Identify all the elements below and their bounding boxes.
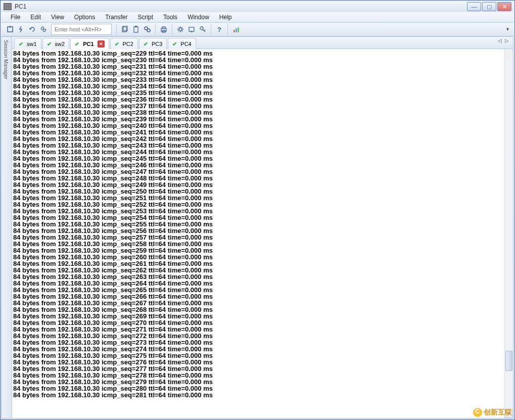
tab-close-icon[interactable]: ✕ bbox=[98, 40, 105, 48]
disconnect-icon[interactable] bbox=[38, 24, 49, 35]
close-button[interactable]: ✕ bbox=[497, 2, 511, 11]
toolbar-separator bbox=[172, 24, 172, 35]
svg-line-26 bbox=[204, 30, 205, 31]
tab-pc2[interactable]: PC2 bbox=[110, 38, 138, 49]
window-title: PC1 bbox=[15, 3, 467, 10]
menu-script[interactable]: Script bbox=[132, 12, 158, 22]
copy-icon[interactable] bbox=[119, 24, 130, 35]
connect-icon[interactable] bbox=[5, 24, 16, 35]
session-manager-panel[interactable]: Session Manager bbox=[2, 37, 12, 418]
session-icon[interactable] bbox=[186, 24, 197, 35]
watermark: 创新互联 bbox=[473, 408, 512, 417]
menubar: FileEditViewOptionsTransferScriptToolsWi… bbox=[2, 12, 513, 23]
toolbar-separator bbox=[211, 24, 211, 35]
svg-text:?: ? bbox=[217, 26, 221, 33]
chart-icon[interactable] bbox=[230, 24, 242, 35]
tab-label: sw1 bbox=[27, 41, 37, 47]
gear-icon[interactable] bbox=[175, 24, 186, 35]
toolbar: ? ▼ bbox=[2, 23, 513, 36]
menu-window[interactable]: Window bbox=[182, 12, 214, 22]
menu-file[interactable]: File bbox=[6, 12, 25, 22]
tab-label: sw2 bbox=[55, 41, 65, 47]
svg-point-9 bbox=[147, 29, 150, 32]
tab-pc4[interactable]: PC4 bbox=[168, 38, 196, 49]
print-icon[interactable] bbox=[158, 24, 169, 35]
find-icon[interactable] bbox=[142, 24, 153, 35]
tab-label: PC1 bbox=[83, 41, 93, 47]
check-icon bbox=[115, 41, 121, 47]
tab-prev[interactable]: ◁ bbox=[498, 38, 502, 49]
paste-icon[interactable] bbox=[130, 24, 142, 35]
key-icon[interactable] bbox=[197, 24, 208, 35]
app-icon bbox=[4, 3, 12, 10]
quick-connect-icon[interactable] bbox=[16, 24, 27, 35]
watermark-icon bbox=[473, 408, 482, 417]
check-icon bbox=[47, 41, 53, 47]
terminal-output[interactable]: 84 bytes from 192.168.10.30 icmp_seq=229… bbox=[12, 49, 513, 418]
host-input[interactable] bbox=[51, 24, 112, 35]
tab-pc3[interactable]: PC3 bbox=[139, 38, 167, 49]
menu-options[interactable]: Options bbox=[69, 12, 100, 22]
svg-rect-29 bbox=[236, 28, 237, 32]
toolbar-separator bbox=[227, 24, 228, 35]
scroll-track[interactable] bbox=[505, 58, 513, 409]
terminal-text: 84 bytes from 192.168.10.30 icmp_seq=229… bbox=[13, 50, 513, 398]
vertical-scrollbar[interactable]: ▲ ▼ bbox=[504, 49, 513, 418]
tab-label: PC2 bbox=[123, 41, 133, 47]
svg-rect-30 bbox=[238, 27, 239, 32]
svg-line-20 bbox=[182, 27, 183, 28]
tab-sw2[interactable]: sw2 bbox=[42, 38, 70, 49]
check-icon bbox=[19, 41, 25, 47]
toolbar-dropdown[interactable]: ▼ bbox=[503, 25, 512, 34]
tab-label: PC3 bbox=[152, 41, 162, 47]
menu-edit[interactable]: Edit bbox=[25, 12, 46, 22]
scroll-thumb[interactable] bbox=[505, 351, 512, 371]
menu-view[interactable]: View bbox=[46, 12, 69, 22]
toolbar-separator bbox=[116, 24, 117, 35]
svg-rect-7 bbox=[135, 26, 137, 27]
session-tabs: sw1sw2PC1✕PC2PC3PC4 ◁ ▷ bbox=[12, 37, 513, 49]
menu-help[interactable]: Help bbox=[214, 12, 237, 22]
minimize-button[interactable]: — bbox=[467, 2, 481, 11]
help-icon[interactable]: ? bbox=[214, 24, 225, 35]
tab-sw1[interactable]: sw1 bbox=[14, 38, 41, 49]
tab-label: PC4 bbox=[180, 41, 191, 47]
toolbar-separator bbox=[155, 24, 156, 35]
check-icon bbox=[75, 41, 81, 47]
svg-line-21 bbox=[178, 30, 179, 31]
check-icon bbox=[172, 41, 178, 47]
menu-transfer[interactable]: Transfer bbox=[100, 12, 132, 22]
svg-rect-22 bbox=[189, 27, 194, 31]
tab-next[interactable]: ▷ bbox=[505, 38, 509, 49]
check-icon bbox=[144, 41, 150, 47]
titlebar: PC1 — ▢ ✕ bbox=[2, 2, 513, 12]
tab-pc1[interactable]: PC1✕ bbox=[70, 38, 109, 49]
svg-rect-6 bbox=[134, 27, 138, 32]
reconnect-icon[interactable] bbox=[27, 24, 38, 35]
svg-line-18 bbox=[178, 27, 179, 28]
menu-tools[interactable]: Tools bbox=[158, 12, 182, 22]
maximize-button[interactable]: ▢ bbox=[482, 2, 496, 11]
svg-point-13 bbox=[179, 28, 182, 31]
svg-line-19 bbox=[182, 30, 183, 31]
svg-rect-28 bbox=[233, 30, 235, 32]
svg-rect-11 bbox=[162, 27, 165, 28]
watermark-text: 创新互联 bbox=[484, 408, 512, 417]
